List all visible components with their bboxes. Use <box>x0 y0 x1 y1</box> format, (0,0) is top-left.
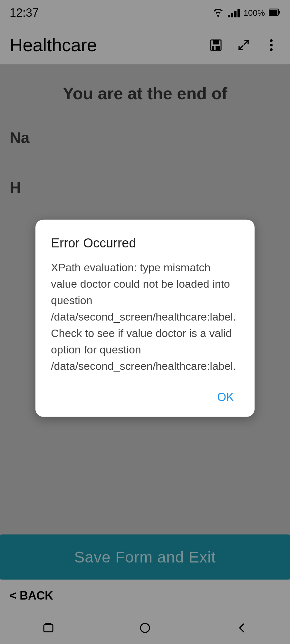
dialog-actions: OK <box>51 387 239 407</box>
dialog-message: XPath evaluation: type mismatch value do… <box>51 259 239 374</box>
dialog-title: Error Occurred <box>51 235 239 250</box>
error-dialog: Error Occurred XPath evaluation: type mi… <box>35 219 255 417</box>
dialog-ok-button[interactable]: OK <box>212 387 239 407</box>
